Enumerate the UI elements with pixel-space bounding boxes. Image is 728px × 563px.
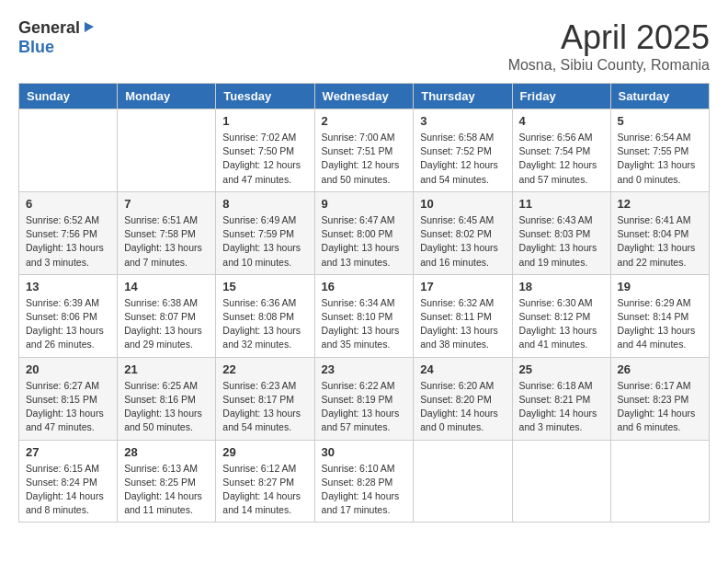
- title-section: April 2025 Mosna, Sibiu County, Romania: [508, 18, 710, 74]
- day-number: 26: [618, 362, 702, 376]
- calendar-week-row: 13Sunrise: 6:39 AM Sunset: 8:06 PM Dayli…: [19, 274, 710, 357]
- calendar-cell: 20Sunrise: 6:27 AM Sunset: 8:15 PM Dayli…: [19, 357, 118, 440]
- day-number: 2: [322, 114, 407, 128]
- day-info: Sunrise: 6:10 AM Sunset: 8:28 PM Dayligh…: [322, 462, 407, 518]
- day-info: Sunrise: 6:41 AM Sunset: 8:04 PM Dayligh…: [618, 213, 702, 270]
- day-info: Sunrise: 6:45 AM Sunset: 8:02 PM Dayligh…: [420, 213, 505, 270]
- day-number: 22: [222, 362, 307, 376]
- day-number: 7: [124, 197, 209, 211]
- calendar-cell: 2Sunrise: 7:00 AM Sunset: 7:51 PM Daylig…: [314, 109, 414, 192]
- day-number: 24: [420, 362, 505, 376]
- day-number: 13: [26, 280, 110, 293]
- calendar-cell: [414, 440, 512, 523]
- logo-general-text: General: [18, 18, 80, 38]
- calendar-cell: 4Sunrise: 6:56 AM Sunset: 7:54 PM Daylig…: [512, 109, 610, 192]
- day-info: Sunrise: 6:32 AM Sunset: 8:11 PM Dayligh…: [420, 296, 505, 352]
- calendar-cell: [118, 109, 216, 192]
- calendar-cell: 3Sunrise: 6:58 AM Sunset: 7:52 PM Daylig…: [414, 109, 512, 192]
- day-number: 30: [322, 445, 407, 459]
- day-number: 9: [322, 197, 407, 211]
- calendar-cell: 26Sunrise: 6:17 AM Sunset: 8:23 PM Dayli…: [610, 357, 709, 440]
- day-info: Sunrise: 6:12 AM Sunset: 8:27 PM Dayligh…: [222, 462, 307, 518]
- calendar-week-row: 20Sunrise: 6:27 AM Sunset: 8:15 PM Dayli…: [19, 357, 710, 440]
- calendar: SundayMondayTuesdayWednesdayThursdayFrid…: [18, 83, 710, 523]
- day-number: 12: [618, 197, 702, 211]
- day-number: 14: [124, 280, 209, 293]
- day-info: Sunrise: 6:58 AM Sunset: 7:52 PM Dayligh…: [420, 131, 505, 187]
- logo-blue-text: Blue: [18, 38, 54, 56]
- calendar-cell: [19, 109, 118, 192]
- day-number: 16: [322, 280, 407, 293]
- day-info: Sunrise: 6:47 AM Sunset: 8:00 PM Dayligh…: [322, 213, 407, 270]
- calendar-cell: 14Sunrise: 6:38 AM Sunset: 8:07 PM Dayli…: [118, 274, 216, 357]
- day-info: Sunrise: 6:51 AM Sunset: 7:58 PM Dayligh…: [124, 213, 209, 270]
- day-header-thursday: Thursday: [414, 84, 512, 109]
- day-number: 21: [124, 362, 209, 376]
- day-header-sunday: Sunday: [19, 84, 118, 109]
- calendar-cell: 24Sunrise: 6:20 AM Sunset: 8:20 PM Dayli…: [414, 357, 512, 440]
- calendar-cell: 30Sunrise: 6:10 AM Sunset: 8:28 PM Dayli…: [314, 440, 414, 523]
- calendar-cell: 10Sunrise: 6:45 AM Sunset: 8:02 PM Dayli…: [414, 191, 512, 274]
- day-number: 1: [222, 114, 307, 128]
- calendar-cell: 12Sunrise: 6:41 AM Sunset: 8:04 PM Dayli…: [610, 191, 709, 274]
- day-header-friday: Friday: [512, 84, 610, 109]
- day-info: Sunrise: 6:18 AM Sunset: 8:21 PM Dayligh…: [519, 379, 604, 435]
- calendar-cell: 23Sunrise: 6:22 AM Sunset: 8:19 PM Dayli…: [314, 357, 414, 440]
- calendar-cell: 17Sunrise: 6:32 AM Sunset: 8:11 PM Dayli…: [414, 274, 512, 357]
- calendar-cell: 25Sunrise: 6:18 AM Sunset: 8:21 PM Dayli…: [512, 357, 610, 440]
- logo-arrow-icon: [83, 21, 96, 38]
- calendar-cell: 27Sunrise: 6:15 AM Sunset: 8:24 PM Dayli…: [19, 440, 118, 523]
- day-number: 23: [322, 362, 407, 376]
- calendar-cell: 11Sunrise: 6:43 AM Sunset: 8:03 PM Dayli…: [512, 191, 610, 274]
- day-info: Sunrise: 6:29 AM Sunset: 8:14 PM Dayligh…: [618, 296, 702, 352]
- calendar-cell: 13Sunrise: 6:39 AM Sunset: 8:06 PM Dayli…: [19, 274, 118, 357]
- day-info: Sunrise: 6:36 AM Sunset: 8:08 PM Dayligh…: [222, 296, 307, 352]
- day-number: 17: [420, 280, 505, 293]
- day-info: Sunrise: 6:43 AM Sunset: 8:03 PM Dayligh…: [519, 213, 604, 270]
- location-title: Mosna, Sibiu County, Romania: [508, 57, 710, 74]
- calendar-cell: 8Sunrise: 6:49 AM Sunset: 7:59 PM Daylig…: [216, 191, 314, 274]
- day-header-tuesday: Tuesday: [216, 84, 314, 109]
- calendar-cell: [512, 440, 610, 523]
- day-info: Sunrise: 6:38 AM Sunset: 8:07 PM Dayligh…: [124, 296, 209, 352]
- calendar-cell: 19Sunrise: 6:29 AM Sunset: 8:14 PM Dayli…: [610, 274, 709, 357]
- day-number: 6: [26, 197, 110, 211]
- day-number: 8: [222, 197, 307, 211]
- day-info: Sunrise: 6:52 AM Sunset: 7:56 PM Dayligh…: [26, 213, 110, 270]
- day-info: Sunrise: 6:25 AM Sunset: 8:16 PM Dayligh…: [124, 379, 209, 435]
- calendar-cell: 1Sunrise: 7:02 AM Sunset: 7:50 PM Daylig…: [216, 109, 314, 192]
- calendar-cell: 21Sunrise: 6:25 AM Sunset: 8:16 PM Dayli…: [118, 357, 216, 440]
- day-info: Sunrise: 6:39 AM Sunset: 8:06 PM Dayligh…: [26, 296, 110, 352]
- day-info: Sunrise: 6:34 AM Sunset: 8:10 PM Dayligh…: [322, 296, 407, 352]
- calendar-cell: 7Sunrise: 6:51 AM Sunset: 7:58 PM Daylig…: [118, 191, 216, 274]
- day-info: Sunrise: 6:30 AM Sunset: 8:12 PM Dayligh…: [519, 296, 604, 352]
- day-number: 4: [519, 114, 604, 128]
- calendar-cell: 5Sunrise: 6:54 AM Sunset: 7:55 PM Daylig…: [610, 109, 709, 192]
- day-number: 20: [26, 362, 110, 376]
- logo: General Blue: [18, 18, 96, 57]
- svg-marker-0: [85, 22, 94, 32]
- day-info: Sunrise: 6:56 AM Sunset: 7:54 PM Dayligh…: [519, 131, 604, 187]
- day-number: 29: [222, 445, 307, 459]
- calendar-cell: 15Sunrise: 6:36 AM Sunset: 8:08 PM Dayli…: [216, 274, 314, 357]
- day-number: 15: [222, 280, 307, 293]
- day-info: Sunrise: 6:15 AM Sunset: 8:24 PM Dayligh…: [26, 462, 110, 518]
- month-title: April 2025: [508, 18, 710, 57]
- day-info: Sunrise: 6:27 AM Sunset: 8:15 PM Dayligh…: [26, 379, 110, 435]
- calendar-week-row: 6Sunrise: 6:52 AM Sunset: 7:56 PM Daylig…: [19, 191, 710, 274]
- calendar-week-row: 1Sunrise: 7:02 AM Sunset: 7:50 PM Daylig…: [19, 109, 710, 192]
- calendar-week-row: 27Sunrise: 6:15 AM Sunset: 8:24 PM Dayli…: [19, 440, 710, 523]
- day-info: Sunrise: 7:02 AM Sunset: 7:50 PM Dayligh…: [222, 131, 307, 187]
- calendar-cell: 6Sunrise: 6:52 AM Sunset: 7:56 PM Daylig…: [19, 191, 118, 274]
- day-header-saturday: Saturday: [610, 84, 709, 109]
- calendar-cell: 18Sunrise: 6:30 AM Sunset: 8:12 PM Dayli…: [512, 274, 610, 357]
- day-info: Sunrise: 6:54 AM Sunset: 7:55 PM Dayligh…: [618, 131, 702, 187]
- day-number: 10: [420, 197, 505, 211]
- day-info: Sunrise: 7:00 AM Sunset: 7:51 PM Dayligh…: [322, 131, 407, 187]
- day-header-wednesday: Wednesday: [314, 84, 414, 109]
- day-number: 3: [420, 114, 505, 128]
- day-number: 25: [519, 362, 604, 376]
- day-info: Sunrise: 6:49 AM Sunset: 7:59 PM Dayligh…: [222, 213, 307, 270]
- calendar-cell: [610, 440, 709, 523]
- day-number: 11: [519, 197, 604, 211]
